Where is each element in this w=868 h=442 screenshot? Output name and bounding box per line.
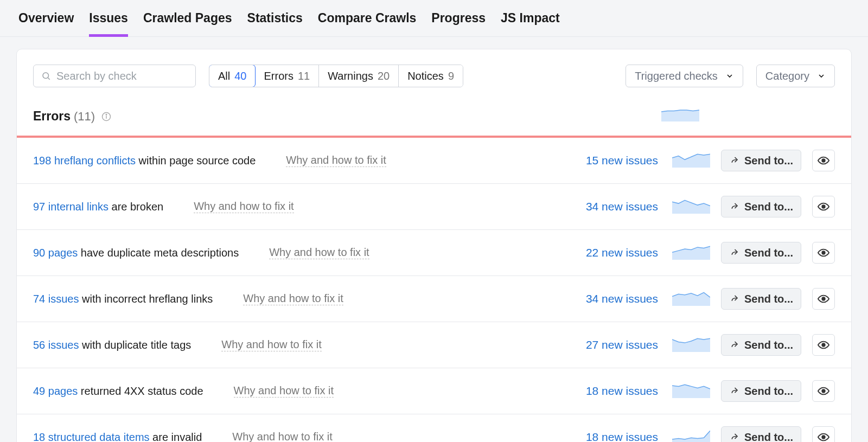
send-to-label: Send to... [744,339,793,351]
filter-all[interactable]: All40 [209,65,256,87]
issue-row: 90 pages have duplicate meta description… [17,230,851,276]
share-icon [729,294,739,304]
why-fix-link[interactable]: Why and how to fix it [194,200,294,213]
header-sparkline [661,110,699,124]
new-issues-link[interactable]: 15 new issues [586,154,658,167]
tab-crawled-pages[interactable]: Crawled Pages [136,0,240,36]
filter-notices[interactable]: Notices9 [399,65,463,87]
svg-point-5 [822,159,825,162]
issue-rest: within page source code [136,155,256,166]
info-icon[interactable] [101,112,111,121]
view-button[interactable] [812,196,835,217]
send-to-label: Send to... [744,247,793,259]
issue-title: 97 internal links are broken [33,201,163,213]
section-count: (11) [74,110,95,124]
issue-link[interactable]: 198 hreflang conflicts [33,155,136,166]
row-sparkline [672,430,710,442]
why-fix-link[interactable]: Why and how to fix it [269,246,369,259]
issue-link[interactable]: 18 structured data items [33,431,150,443]
send-to-button[interactable]: Send to... [721,380,801,402]
issue-row: 74 issues with incorrect hreflang links … [17,276,851,322]
row-sparkline [672,153,710,168]
svg-point-0 [43,73,49,79]
issue-link[interactable]: 49 pages [33,385,78,397]
svg-point-9 [822,343,825,347]
why-fix-link[interactable]: Why and how to fix it [221,338,322,351]
share-icon [729,340,739,350]
chevron-down-icon [817,72,826,80]
send-to-button[interactable]: Send to... [721,334,801,356]
row-sparkline [672,338,710,352]
share-icon [729,432,739,442]
view-button[interactable] [812,334,835,356]
tab-progress[interactable]: Progress [424,0,493,36]
why-fix-link[interactable]: Why and how to fix it [234,385,334,398]
share-icon [729,202,739,212]
send-to-button[interactable]: Send to... [721,150,801,171]
eye-icon [818,201,829,213]
new-issues-link[interactable]: 18 new issues [586,431,658,442]
search-icon [41,71,51,81]
new-issues-link[interactable]: 34 new issues [586,292,658,305]
section-title: Errors [33,109,71,124]
send-to-label: Send to... [744,201,793,213]
issue-link[interactable]: 90 pages [33,247,78,259]
why-fix-link[interactable]: Why and how to fix it [232,431,333,442]
new-issues-link[interactable]: 27 new issues [586,338,658,351]
new-issues-link[interactable]: 18 new issues [586,385,658,398]
issues-panel: All40Errors11Warnings20Notices9 Triggere… [16,49,852,442]
issue-link[interactable]: 74 issues [33,293,79,305]
why-fix-link[interactable]: Why and how to fix it [243,292,343,305]
svg-point-4 [106,114,107,115]
view-button[interactable] [812,150,835,171]
issue-title: 56 issues with duplicate title tags [33,339,191,351]
eye-icon [818,385,829,397]
filter-warnings[interactable]: Warnings20 [319,65,399,87]
search-input[interactable] [56,70,188,82]
svg-point-11 [822,435,825,439]
svg-point-10 [822,389,825,393]
new-issues-link[interactable]: 34 new issues [586,200,658,213]
view-button[interactable] [812,242,835,264]
view-button[interactable] [812,426,835,442]
tab-statistics[interactable]: Statistics [240,0,310,36]
search-box[interactable] [33,65,196,87]
send-to-label: Send to... [744,431,793,443]
tab-compare-crawls[interactable]: Compare Crawls [310,0,424,36]
issue-title: 90 pages have duplicate meta description… [33,247,239,259]
row-sparkline [672,246,710,260]
filter-segmented: All40Errors11Warnings20Notices9 [209,65,463,87]
eye-icon [818,247,829,259]
new-issues-link[interactable]: 22 new issues [586,246,658,259]
dropdown-label: Triggered checks [635,70,718,82]
errors-section-header: Errors (11) [17,97,851,138]
send-to-button[interactable]: Send to... [721,426,801,442]
why-fix-link[interactable]: Why and how to fix it [286,154,386,167]
triggered-checks-dropdown[interactable]: Triggered checks [626,65,743,87]
tab-js-impact[interactable]: JS Impact [493,0,567,36]
issue-link[interactable]: 56 issues [33,339,79,351]
issue-rest: are broken [108,201,163,213]
tab-issues[interactable]: Issues [81,0,136,36]
category-dropdown[interactable]: Category [756,65,835,87]
issue-title: 49 pages returned 4XX status code [33,385,203,398]
view-button[interactable] [812,380,835,402]
issue-link[interactable]: 97 internal links [33,201,108,213]
issue-row: 49 pages returned 4XX status code Why an… [17,368,851,414]
issue-title: 198 hreflang conflicts within page sourc… [33,155,256,167]
tab-overview[interactable]: Overview [16,0,81,36]
send-to-label: Send to... [744,385,793,398]
share-icon [729,248,739,258]
send-to-button[interactable]: Send to... [721,288,801,310]
issue-rest: returned 4XX status code [78,385,203,397]
share-icon [729,156,739,165]
eye-icon [818,155,829,166]
issue-rest: are invalid [150,431,202,443]
controls-bar: All40Errors11Warnings20Notices9 Triggere… [17,49,851,97]
view-button[interactable] [812,288,835,310]
issue-rest: with duplicate title tags [79,339,192,351]
send-to-button[interactable]: Send to... [721,242,801,264]
issue-title: 74 issues with incorrect hreflang links [33,293,213,305]
filter-errors[interactable]: Errors11 [255,65,319,87]
send-to-button[interactable]: Send to... [721,196,801,217]
